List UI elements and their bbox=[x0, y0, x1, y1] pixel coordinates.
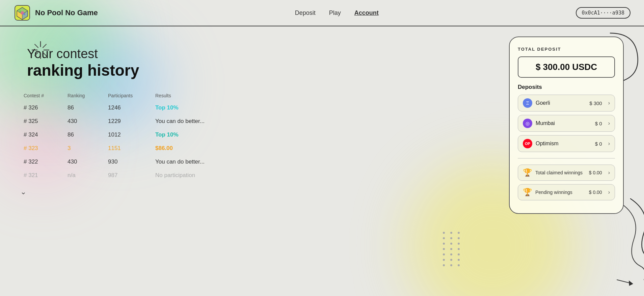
deposit-mumbai[interactable]: ◎ Mumbai $ 0 › bbox=[518, 115, 615, 132]
contest-num: # 324 bbox=[24, 131, 68, 138]
svg-marker-16 bbox=[629, 280, 633, 286]
ranking-val: n/a bbox=[68, 172, 108, 179]
deposit-name-optimism: Optimism bbox=[536, 141, 592, 147]
ranking-val: 3 bbox=[68, 145, 108, 152]
col-header-results: Results bbox=[155, 93, 226, 98]
participants-val: 1246 bbox=[108, 104, 155, 111]
dots-decoration bbox=[443, 232, 462, 266]
op-icon: OP bbox=[523, 139, 532, 148]
deposit-card: TOTAL DEPOSIT $ 300.00 USDC Deposits Ξ G… bbox=[509, 36, 624, 214]
table-row: # 321 n/a 987 No participation bbox=[20, 169, 230, 182]
participants-val: 1151 bbox=[108, 145, 155, 152]
chevron-right-icon: › bbox=[608, 120, 610, 126]
participants-val: 987 bbox=[108, 172, 155, 179]
ranking-val: 430 bbox=[68, 158, 108, 165]
result-val: You can do better... bbox=[155, 118, 226, 125]
claimed-winnings-amount: $ 0.00 bbox=[589, 170, 602, 175]
table-row: # 324 86 1012 Top 10% bbox=[20, 128, 230, 142]
pending-winnings[interactable]: 🏆 Pending winnings $ 0.00 › bbox=[518, 184, 615, 200]
result-val: Top 10% bbox=[155, 131, 226, 138]
claimed-winnings-label: Total claimed winnings bbox=[535, 170, 586, 175]
sparkle-decoration bbox=[30, 40, 51, 60]
page-title-block: Your contest ranking history bbox=[27, 47, 489, 79]
table-row: # 326 86 1246 Top 10% bbox=[20, 101, 230, 115]
total-claimed-winnings[interactable]: 🏆 Total claimed winnings $ 0.00 › bbox=[518, 165, 615, 181]
right-section: TOTAL DEPOSIT $ 300.00 USDC Deposits Ξ G… bbox=[509, 36, 624, 280]
table-row: # 325 430 1229 You can do better... bbox=[20, 115, 230, 128]
contest-num: # 321 bbox=[24, 172, 68, 179]
svg-line-15 bbox=[617, 280, 630, 283]
table-header: Contest # Ranking Participants Results bbox=[20, 93, 230, 101]
participants-val: 1012 bbox=[108, 131, 155, 138]
trophy-icon: 🏆 bbox=[523, 188, 532, 197]
logo-area: No Pool No Game bbox=[14, 4, 98, 22]
nav-play[interactable]: Play bbox=[329, 9, 341, 17]
card-divider bbox=[518, 158, 615, 158]
chevron-right-icon: › bbox=[608, 141, 610, 147]
main-content: Your contest ranking history Contest # R… bbox=[0, 26, 644, 290]
svg-line-11 bbox=[35, 44, 38, 48]
total-deposit-label: TOTAL DEPOSIT bbox=[518, 47, 615, 52]
logo-icon bbox=[14, 4, 31, 22]
deposit-amount-mumbai: $ 0 bbox=[595, 121, 602, 126]
deposit-optimism[interactable]: OP Optimism $ 0 › bbox=[518, 135, 615, 152]
trophy-icon: 🏆 bbox=[523, 168, 532, 177]
col-header-contest: Contest # bbox=[24, 93, 68, 98]
deposit-amount-goerli: $ 300 bbox=[589, 100, 602, 106]
contest-num: # 326 bbox=[24, 104, 68, 111]
result-val: $86.00 bbox=[155, 145, 226, 152]
contest-num: # 325 bbox=[24, 118, 68, 125]
ranking-table: Contest # Ranking Participants Results #… bbox=[20, 93, 230, 182]
contest-num: # 322 bbox=[24, 158, 68, 165]
table-row: # 322 430 930 You can do better... bbox=[20, 155, 230, 169]
deposits-section-label: Deposits bbox=[518, 84, 615, 91]
page-title-light: Your contest bbox=[27, 47, 489, 61]
participants-val: 930 bbox=[108, 158, 155, 165]
deposit-goerli[interactable]: Ξ Goerli $ 300 › bbox=[518, 95, 615, 112]
pending-winnings-label: Pending winnings bbox=[535, 190, 586, 195]
chevron-right-icon: › bbox=[608, 100, 610, 106]
col-header-ranking: Ranking bbox=[68, 93, 108, 98]
mumbai-icon: ◎ bbox=[523, 119, 532, 128]
svg-point-5 bbox=[19, 10, 21, 13]
chevron-right-icon: › bbox=[608, 189, 610, 195]
svg-line-13 bbox=[43, 44, 46, 48]
table-row: # 323 3 1151 $86.00 bbox=[20, 142, 230, 155]
result-val: You can do better... bbox=[155, 158, 226, 165]
result-val: Top 10% bbox=[155, 104, 226, 111]
total-deposit-value: $ 300.00 USDC bbox=[518, 56, 615, 78]
svg-line-12 bbox=[43, 52, 46, 56]
result-val: No participation bbox=[155, 172, 226, 179]
pending-winnings-amount: $ 0.00 bbox=[589, 190, 602, 195]
ranking-val: 86 bbox=[68, 104, 108, 111]
svg-point-6 bbox=[23, 13, 25, 15]
contest-num: # 323 bbox=[24, 145, 68, 152]
deposit-name-goerli: Goerli bbox=[536, 100, 586, 106]
svg-line-14 bbox=[35, 52, 38, 56]
page-title-bold: ranking history bbox=[27, 61, 489, 79]
chevron-right-icon: › bbox=[608, 170, 610, 176]
ranking-val: 430 bbox=[68, 118, 108, 125]
main-nav: Deposit Play Account bbox=[295, 9, 379, 17]
site-title: No Pool No Game bbox=[35, 8, 98, 17]
nav-account[interactable]: Account bbox=[354, 9, 379, 17]
deposit-name-mumbai: Mumbai bbox=[536, 120, 592, 126]
eth-icon: Ξ bbox=[523, 98, 532, 108]
header: No Pool No Game Deposit Play Account 0x0… bbox=[0, 0, 644, 26]
load-more-button[interactable]: ⌄ bbox=[20, 188, 26, 196]
ranking-val: 86 bbox=[68, 131, 108, 138]
deposit-amount-optimism: $ 0 bbox=[595, 141, 602, 147]
col-header-participants: Participants bbox=[108, 93, 155, 98]
left-section: Your contest ranking history Contest # R… bbox=[20, 36, 489, 280]
nav-deposit[interactable]: Deposit bbox=[295, 9, 316, 17]
wallet-address[interactable]: 0x0cA1····a938 bbox=[576, 7, 630, 19]
participants-val: 1229 bbox=[108, 118, 155, 125]
